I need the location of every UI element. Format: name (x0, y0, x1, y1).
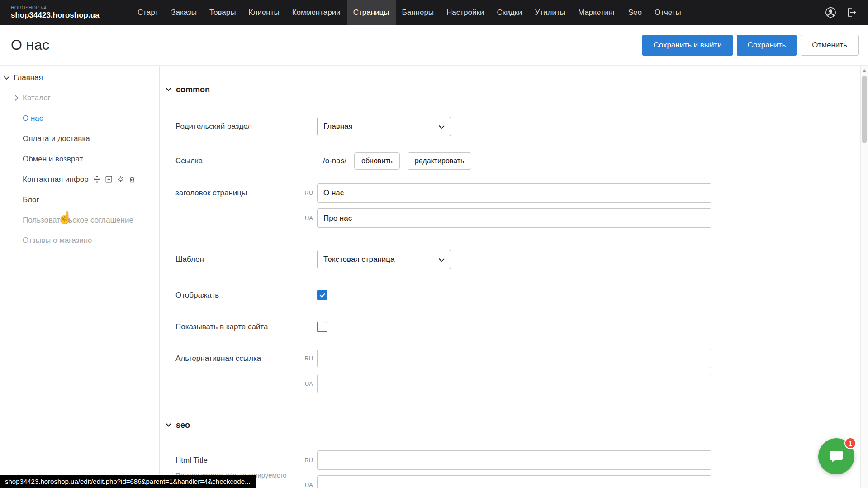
alt-link-ru-input[interactable] (317, 349, 711, 368)
display-checkbox[interactable] (317, 290, 327, 300)
row-page-title-ru: заголовок страницы RU (160, 183, 860, 203)
tree-item-contact-info[interactable]: Контактная инфор (0, 169, 159, 190)
brand-shop-domain[interactable]: shop34423.horoshop.ua (11, 11, 131, 20)
section-common[interactable]: common (166, 83, 210, 96)
tree-item-payment-delivery[interactable]: Оплата и доставка (0, 128, 159, 149)
tree-item-hover-actions (93, 175, 136, 183)
row-parent-section: Родительский раздел Главная (160, 117, 860, 136)
tree-item-catalog[interactable]: Каталог (0, 88, 159, 108)
nav-item-discounts[interactable]: Скидки (490, 0, 528, 25)
topbar-right-icons (825, 6, 868, 19)
row-template: Шаблон Текстовая страница (160, 250, 860, 269)
nav-item-utilities[interactable]: Утилиты (529, 0, 572, 25)
page-header: О нас Сохранить и выйти Сохранить Отмени… (0, 25, 868, 66)
html-title-ru-input[interactable] (317, 450, 711, 470)
delete-trash-icon[interactable] (128, 176, 136, 183)
display-label: Отображать (175, 285, 219, 305)
user-account-icon[interactable] (825, 6, 837, 19)
tree-item-label: Обмен и возврат (23, 155, 83, 164)
row-alt-link-ru: Альтернативная ссылка RU (160, 349, 860, 368)
link-refresh-button[interactable]: обновить (354, 152, 400, 170)
alt-link-ua-input[interactable] (317, 374, 711, 393)
settings-gear-icon[interactable] (117, 175, 124, 183)
sitemap-label: Показывать в карте сайта (175, 317, 268, 336)
chat-widget-button[interactable]: 1 (818, 438, 854, 474)
nav-item-seo[interactable]: Seo (622, 0, 648, 25)
section-seo[interactable]: seo (166, 419, 190, 431)
tree-item-label: О нас (23, 114, 43, 123)
nav-item-banners[interactable]: Баннеры (396, 0, 441, 25)
logout-icon[interactable] (845, 6, 857, 19)
row-link: Ссылка /o-nas/ обновить редактировать (160, 152, 860, 170)
nav-item-pages[interactable]: Страницы (347, 0, 396, 25)
row-page-title-ua: UA (160, 208, 860, 228)
nav-item-clients[interactable]: Клиенты (242, 0, 286, 25)
row-sitemap: Показывать в карте сайта (160, 317, 860, 336)
chevron-right-icon (13, 95, 19, 101)
page-title: О нас (11, 37, 49, 53)
chevron-down-icon (4, 74, 9, 80)
parent-section-value: Главная (323, 122, 353, 131)
chevron-down-icon (439, 256, 445, 262)
template-select[interactable]: Текстовая страница (317, 250, 451, 269)
lang-badge-ua: UA (296, 475, 313, 488)
top-nav: Старт Заказы Товары Клиенты Комментарии … (131, 0, 688, 25)
tree-item-user-agreement[interactable]: Пользовательское соглашение (0, 210, 159, 230)
tree-item-label: Контактная инфор (23, 175, 89, 184)
nav-item-products[interactable]: Товары (203, 0, 242, 25)
vertical-scrollbar[interactable] (860, 66, 868, 488)
lang-badge-ru: RU (296, 450, 313, 470)
nav-item-comments[interactable]: Комментарии (286, 0, 347, 25)
section-title: seo (176, 421, 190, 430)
section-title: common (176, 85, 210, 95)
link-edit-button[interactable]: редактировать (408, 152, 471, 170)
tree-item-label: Отзывы о магазине (23, 236, 92, 245)
add-page-icon[interactable] (105, 175, 113, 183)
link-value: /o-nas/ (317, 156, 346, 166)
page-title-ua-input[interactable] (317, 208, 711, 228)
move-icon[interactable] (93, 175, 101, 183)
pages-tree: Главная Каталог О нас Оплата и доставка … (0, 66, 160, 488)
lang-badge-ru: RU (296, 183, 313, 203)
cancel-button[interactable]: Отменить (801, 35, 859, 56)
horoshop-admin-page: HOROSHOP V4 shop34423.horoshop.ua Старт … (0, 0, 868, 488)
save-and-exit-button[interactable]: Сохранить и выйти (642, 35, 732, 56)
html-title-ua-input[interactable] (317, 475, 711, 488)
header-actions: Сохранить и выйти Сохранить Отменить (642, 35, 868, 56)
nav-item-reports[interactable]: Отчеты (648, 0, 688, 25)
row-html-title-ru: Html Title Полная замена title, генериру… (160, 450, 860, 470)
chevron-down-icon (439, 123, 445, 129)
link-line: /o-nas/ обновить редактировать (317, 152, 471, 170)
tree-item-store-reviews[interactable]: Отзывы о магазине (0, 230, 159, 251)
lang-badge-ua: UA (296, 374, 313, 393)
link-label: Ссылка (175, 152, 203, 170)
tree-item-label: Блог (23, 195, 39, 204)
field: Текстовая страница (317, 250, 451, 269)
nav-item-orders[interactable]: Заказы (165, 0, 203, 25)
template-label: Шаблон (175, 250, 204, 269)
row-display: Отображать (160, 285, 860, 305)
tree-item-label: Главная (14, 73, 43, 82)
tree-item-main[interactable]: Главная (0, 67, 159, 88)
sitemap-checkbox[interactable] (317, 322, 327, 332)
nav-item-marketing[interactable]: Маркетинг (572, 0, 622, 25)
tree-item-label: Оплата и доставка (23, 134, 90, 143)
row-html-title-ua: UA (160, 475, 860, 488)
page-title-label: заголовок страницы (175, 183, 247, 203)
alt-link-label: Альтернативная ссылка (175, 349, 261, 368)
scrollbar-thumb[interactable] (862, 76, 867, 143)
nav-item-start[interactable]: Старт (131, 0, 165, 25)
topbar: HOROSHOP V4 shop34423.horoshop.ua Старт … (0, 0, 868, 25)
tree-item-blog[interactable]: Блог (0, 190, 159, 210)
row-alt-link-ua: UA (160, 374, 860, 393)
tree-item-label: Каталог (23, 94, 51, 103)
scroll-up-arrow-icon[interactable] (863, 69, 866, 72)
nav-item-settings[interactable]: Настройки (440, 0, 490, 25)
save-button[interactable]: Сохранить (737, 35, 797, 56)
lang-badge-ua: UA (296, 208, 313, 228)
parent-section-select[interactable]: Главная (317, 117, 451, 136)
tree-item-exchange-return[interactable]: Обмен и возврат (0, 149, 159, 169)
tree-item-about[interactable]: О нас (0, 108, 159, 128)
parent-section-label: Родительский раздел (175, 117, 252, 136)
page-title-ru-input[interactable] (317, 183, 711, 203)
